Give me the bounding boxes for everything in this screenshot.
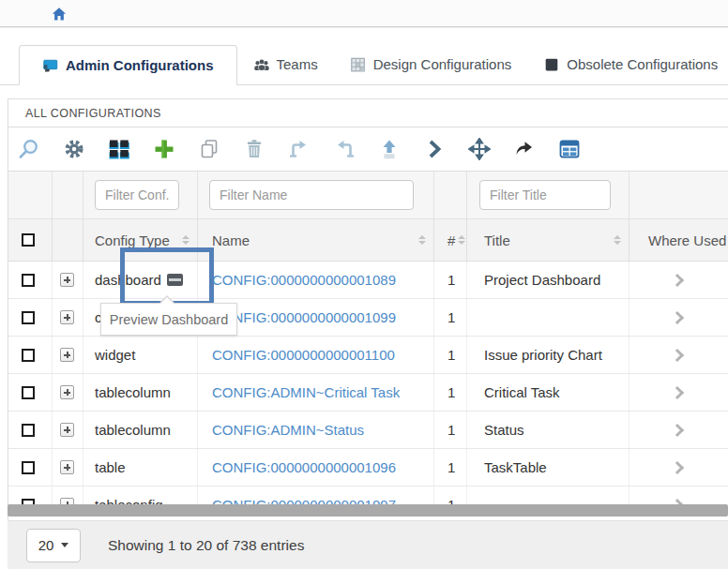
- count-value: 1: [447, 347, 455, 363]
- title-value: TaskTable: [484, 459, 547, 475]
- where-used-chevron-icon[interactable]: [670, 273, 683, 286]
- add-plus-icon[interactable]: [153, 138, 175, 160]
- column-header-count[interactable]: #: [447, 232, 455, 248]
- config-link[interactable]: CONFIG:ADMIN~Status: [212, 422, 364, 438]
- tab-admin-configurations[interactable]: Admin Configurations: [19, 45, 237, 85]
- chevron-right-icon[interactable]: [423, 138, 446, 160]
- share-forward-icon[interactable]: [513, 138, 536, 160]
- top-navigation-bar: [0, 0, 728, 27]
- expand-row-icon[interactable]: [60, 460, 74, 474]
- chevron-down-icon: [61, 543, 68, 547]
- arrow-turn-right-icon[interactable]: [288, 138, 311, 160]
- table-header-row: Config Type Name # Title Where Used: [8, 218, 728, 262]
- config-type-value: dashboard: [95, 272, 161, 288]
- dark-square-icon: [543, 57, 560, 72]
- search-icon[interactable]: [18, 138, 40, 160]
- table-row[interactable]: dashboard CONFIG:0000000000001089 1 Proj…: [8, 262, 728, 299]
- arrow-turn-left-icon[interactable]: [333, 138, 356, 160]
- row-checkbox[interactable]: [22, 386, 35, 399]
- tab-label: Obsolete Configurations: [567, 56, 718, 72]
- tab-label: Admin Configurations: [66, 57, 214, 73]
- tab-obsolete-configurations[interactable]: Obsolete Configurations: [527, 44, 728, 84]
- expand-row-icon[interactable]: [60, 273, 74, 287]
- count-value: 1: [447, 459, 455, 475]
- people-icon: [253, 57, 270, 72]
- horizontal-scrollbar[interactable]: [8, 504, 728, 517]
- sort-icon[interactable]: [458, 235, 465, 245]
- table-row[interactable]: widget CONFIG:0000000000001100 1 Issue p…: [8, 337, 728, 374]
- where-used-chevron-icon[interactable]: [670, 310, 683, 323]
- showing-entries-text: Showing 1 to 20 of 738 entries: [108, 537, 304, 554]
- title-value: Issue priority Chart: [484, 347, 602, 363]
- table-row[interactable]: tableconfig CONFIG:0000000000001097 1: [8, 487, 728, 505]
- config-link[interactable]: CONFIG:0000000000001100: [212, 347, 395, 363]
- configurations-table: Config Type Name # Title Where Used: [8, 172, 728, 505]
- tab-label: Teams: [277, 56, 318, 72]
- table-row[interactable]: tablecolumn CONFIG:ADMIN~Critical Task 1…: [8, 374, 728, 412]
- row-checkbox[interactable]: [22, 311, 35, 324]
- sort-icon[interactable]: [418, 235, 426, 245]
- sort-icon[interactable]: [614, 235, 621, 245]
- count-value: 1: [447, 384, 455, 400]
- config-type-value: table: [95, 459, 126, 475]
- where-used-chevron-icon[interactable]: [670, 348, 683, 361]
- pagination-footer: 20 Showing 1 to 20 of 738 entries: [8, 520, 728, 569]
- config-type-value: tablecolumn: [95, 422, 171, 438]
- upload-icon[interactable]: [378, 138, 401, 160]
- filter-row: [8, 172, 728, 218]
- expand-row-icon[interactable]: [60, 310, 74, 324]
- view-tiles-icon[interactable]: [108, 138, 130, 160]
- expand-row-icon[interactable]: [60, 385, 74, 399]
- column-header-config-type[interactable]: Config Type: [95, 232, 170, 248]
- expand-row-icon[interactable]: [60, 348, 74, 362]
- move-all-icon[interactable]: [468, 138, 491, 160]
- home-icon[interactable]: [51, 6, 68, 22]
- title-value: Critical Task: [484, 384, 560, 400]
- table-row[interactable]: tablecolumn CONFIG:ADMIN~Status 1 Status: [8, 412, 728, 449]
- tab-teams[interactable]: Teams: [237, 44, 334, 84]
- preview-dashboard-tooltip: Preview Dashboard: [100, 303, 237, 336]
- filter-title-input[interactable]: [479, 180, 611, 210]
- config-type-value: tablecolumn: [95, 384, 171, 400]
- column-header-title[interactable]: Title: [484, 232, 510, 248]
- tab-design-configurations[interactable]: Design Configurations: [334, 44, 528, 84]
- config-link[interactable]: CONFIG:0000000000001096: [212, 459, 396, 475]
- copy-icon[interactable]: [198, 138, 220, 160]
- count-value: 1: [447, 272, 455, 288]
- count-value: 1: [447, 309, 455, 325]
- title-value: Status: [484, 422, 524, 438]
- config-type-value: widget: [95, 347, 135, 363]
- monitor-icon: [42, 58, 59, 73]
- column-header-where-used[interactable]: Where Used: [648, 232, 726, 248]
- row-checkbox[interactable]: [22, 461, 35, 474]
- where-used-chevron-icon[interactable]: [670, 423, 683, 436]
- dashboard-icon[interactable]: [167, 274, 183, 286]
- where-used-chevron-icon[interactable]: [670, 385, 683, 398]
- filter-config-type-input[interactable]: [95, 180, 179, 210]
- tooltip-text: Preview Dashboard: [110, 312, 229, 327]
- toolbar: [8, 127, 728, 172]
- tab-bar: Admin Configurations Teams Design Config…: [0, 44, 728, 85]
- sort-icon[interactable]: [182, 235, 190, 245]
- row-checkbox[interactable]: [22, 349, 35, 362]
- panel-title: ALL CONFIGURATIONS: [8, 99, 728, 127]
- row-checkbox[interactable]: [22, 424, 35, 437]
- page-size-value: 20: [38, 537, 54, 553]
- select-all-checkbox[interactable]: [22, 233, 35, 247]
- tab-label: Design Configurations: [373, 56, 512, 72]
- config-link[interactable]: CONFIG:ADMIN~Critical Task: [212, 384, 400, 400]
- config-link[interactable]: CONFIG:0000000000001089: [212, 272, 396, 288]
- config-link[interactable]: CONFIG:0000000000001099: [212, 309, 396, 325]
- settings-gear-icon[interactable]: [63, 138, 85, 160]
- filter-name-input[interactable]: [209, 180, 414, 210]
- expand-row-icon[interactable]: [60, 423, 74, 437]
- table-view-icon[interactable]: [558, 138, 581, 160]
- delete-trash-icon[interactable]: [243, 138, 265, 160]
- table-row[interactable]: table CONFIG:0000000000001096 1 TaskTabl…: [8, 449, 728, 487]
- page-size-dropdown[interactable]: 20: [26, 529, 81, 562]
- where-used-chevron-icon[interactable]: [670, 460, 683, 473]
- design-grid-icon: [350, 57, 367, 72]
- row-checkbox[interactable]: [22, 274, 35, 287]
- column-header-name[interactable]: Name: [212, 232, 250, 248]
- title-value: Project Dashboard: [484, 272, 600, 288]
